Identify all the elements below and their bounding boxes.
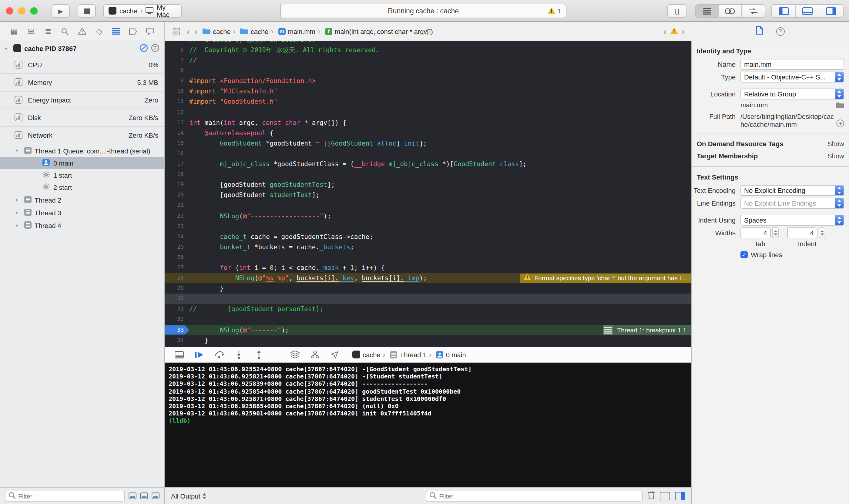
- console-scope-popup[interactable]: All Output: [171, 492, 206, 500]
- code-line-8[interactable]: 8: [165, 66, 691, 76]
- filter-option-icon[interactable]: [140, 492, 148, 499]
- debug-console[interactable]: 2019-03-12 01:43:06.925524+0800 cache[37…: [165, 363, 691, 487]
- line-number[interactable]: 28: [165, 273, 189, 283]
- source-editor[interactable]: 5// Created by 冰凌天 on 2019/3/9.6// Copyr…: [165, 41, 691, 347]
- related-items-icon[interactable]: [171, 26, 182, 37]
- jump-bar-item[interactable]: cache: [202, 28, 231, 35]
- next-issue-button[interactable]: [682, 26, 685, 36]
- code-line-27[interactable]: 27 for (int i = 0; i < cache._mask + 1; …: [165, 263, 691, 273]
- indent-width-stepper[interactable]: [819, 228, 825, 238]
- toggle-navigator-button[interactable]: [772, 5, 796, 17]
- scheme-selector[interactable]: cache My Mac: [103, 4, 182, 18]
- line-number[interactable]: 22: [165, 211, 189, 221]
- code-line-21[interactable]: 21: [165, 200, 691, 211]
- disclosure-triangle-icon[interactable]: [16, 210, 21, 215]
- code-line-31[interactable]: 31// [goodStudent personTest];: [165, 304, 691, 314]
- line-number[interactable]: 21: [165, 200, 189, 211]
- code-line-32[interactable]: 32: [165, 314, 691, 325]
- type-popup[interactable]: Default - Objective-C++ S...: [740, 72, 844, 83]
- tab-width-stepper[interactable]: [772, 228, 779, 238]
- target-show-button[interactable]: Show: [828, 152, 844, 160]
- code-line-33[interactable]: 33 NSLog(@"-------");Thread 1: breakpoin…: [165, 325, 691, 335]
- standard-editor-button[interactable]: [696, 5, 719, 17]
- stack-frame-row[interactable]: 1 start: [0, 169, 164, 181]
- line-number[interactable]: 23: [165, 221, 189, 231]
- step-into-button[interactable]: [234, 350, 245, 359]
- line-number[interactable]: 14: [165, 128, 189, 138]
- line-number[interactable]: 20: [165, 190, 189, 200]
- odr-show-button[interactable]: Show: [828, 140, 844, 147]
- code-line-12[interactable]: 12: [165, 107, 691, 118]
- code-line-13[interactable]: 13int main(int argc, const char * argv[]…: [165, 118, 691, 128]
- filter-option-icon[interactable]: [151, 492, 160, 499]
- code-line-20[interactable]: 20 [goodStudent studentTest];: [165, 190, 691, 200]
- continue-button[interactable]: [194, 351, 204, 358]
- breakpoint-marker[interactable]: 33: [165, 325, 189, 335]
- stack-frame-row[interactable]: 0 main: [0, 157, 164, 169]
- navigator-tab-reports-icon[interactable]: [145, 26, 156, 37]
- quick-help-tab[interactable]: [776, 27, 784, 35]
- console-view-toggle-icon[interactable]: [675, 491, 685, 500]
- line-number[interactable]: 15: [165, 138, 189, 149]
- gauge-row-cpu[interactable]: CPU0%: [0, 56, 164, 74]
- debug-view-icon[interactable]: [151, 44, 160, 53]
- line-number[interactable]: 25: [165, 242, 189, 252]
- line-number[interactable]: 16: [165, 149, 189, 159]
- navigator-tab-source-control-icon[interactable]: ⊞: [25, 26, 36, 37]
- console-filter-input[interactable]: [439, 492, 639, 500]
- debug-breadcrumb-item[interactable]: 0 main: [429, 350, 466, 359]
- line-number[interactable]: 17: [165, 159, 189, 169]
- line-number[interactable]: 10: [165, 86, 189, 97]
- inline-warning-badge[interactable]: Format specifies type 'char *' but the a…: [520, 273, 691, 283]
- step-over-button[interactable]: [214, 350, 224, 358]
- close-window-button[interactable]: [6, 7, 13, 15]
- process-row[interactable]: cache PID 37867: [0, 41, 164, 56]
- assistant-editor-button[interactable]: [719, 5, 742, 17]
- navigator-tab-project-icon[interactable]: ▤: [8, 26, 19, 37]
- code-line-5[interactable]: 5// Created by 冰凌天 on 2019/3/9.: [165, 41, 691, 45]
- line-number[interactable]: 6: [165, 45, 189, 55]
- code-line-10[interactable]: 10#import "MJClassInfo.h": [165, 86, 691, 97]
- code-line-14[interactable]: 14 @autoreleasepool {: [165, 128, 691, 138]
- line-number[interactable]: 31: [165, 304, 189, 314]
- thread-row[interactable]: Thread 4: [0, 219, 164, 232]
- jump-bar-item[interactable]: cache: [233, 27, 269, 35]
- lldb-prompt[interactable]: (lldb): [168, 418, 688, 425]
- gauge-row-energy-impact[interactable]: Energy ImpactZero: [0, 92, 164, 109]
- jump-bar-item[interactable]: mmain.mm: [271, 27, 315, 35]
- indent-width-field[interactable]: 4: [787, 228, 817, 238]
- previous-issue-button[interactable]: [664, 26, 666, 36]
- text-encoding-popup[interactable]: No Explicit Encoding: [740, 185, 844, 196]
- navigator-filter-field[interactable]: [5, 490, 125, 501]
- code-line-29[interactable]: 29 }: [165, 283, 691, 293]
- thread-row[interactable]: Thread 3: [0, 206, 164, 219]
- code-line-25[interactable]: 25 bucket_t *buckets = cache._buckets;: [165, 242, 691, 252]
- back-button[interactable]: [187, 26, 190, 36]
- navigator-tab-find-icon[interactable]: [60, 26, 71, 37]
- navigator-filter-input[interactable]: [18, 492, 121, 500]
- issue-count[interactable]: 1: [547, 4, 561, 18]
- navigator-tab-symbols-icon[interactable]: ≣: [43, 26, 54, 37]
- view-hierarchy-button[interactable]: [289, 350, 300, 358]
- code-line-23[interactable]: 23: [165, 221, 691, 231]
- line-number[interactable]: 8: [165, 66, 189, 76]
- code-line-34[interactable]: 34 }: [165, 335, 691, 345]
- code-line-11[interactable]: 11#import "GoodStudent.h": [165, 97, 691, 107]
- pause-debugger-icon[interactable]: [140, 44, 148, 53]
- navigator-tab-issues-icon[interactable]: [77, 26, 88, 37]
- code-line-16[interactable]: 16: [165, 149, 691, 159]
- memory-graph-button[interactable]: [309, 350, 320, 358]
- wrap-lines-checkbox[interactable]: ✓: [740, 251, 748, 258]
- gauge-row-memory[interactable]: Memory5.3 MB: [0, 74, 164, 92]
- code-line-6[interactable]: 6// Copyright © 2019年 冰凌天. All rights re…: [165, 45, 691, 55]
- line-number[interactable]: 13: [165, 118, 189, 128]
- indent-using-popup[interactable]: Spaces: [740, 215, 844, 226]
- hide-debug-area-button[interactable]: [174, 351, 184, 358]
- disclosure-triangle-icon[interactable]: [5, 46, 10, 51]
- code-line-17[interactable]: 17 mj_objc_class *goodStudentClass = (__…: [165, 159, 691, 169]
- disclosure-triangle-icon[interactable]: [16, 222, 21, 228]
- line-endings-popup[interactable]: No Explicit Line Endings: [740, 198, 844, 209]
- line-number[interactable]: 19: [165, 180, 189, 190]
- thread-row[interactable]: Thread 1 Queue: com....-thread (serial): [0, 144, 164, 157]
- code-snippets-button[interactable]: [667, 4, 686, 18]
